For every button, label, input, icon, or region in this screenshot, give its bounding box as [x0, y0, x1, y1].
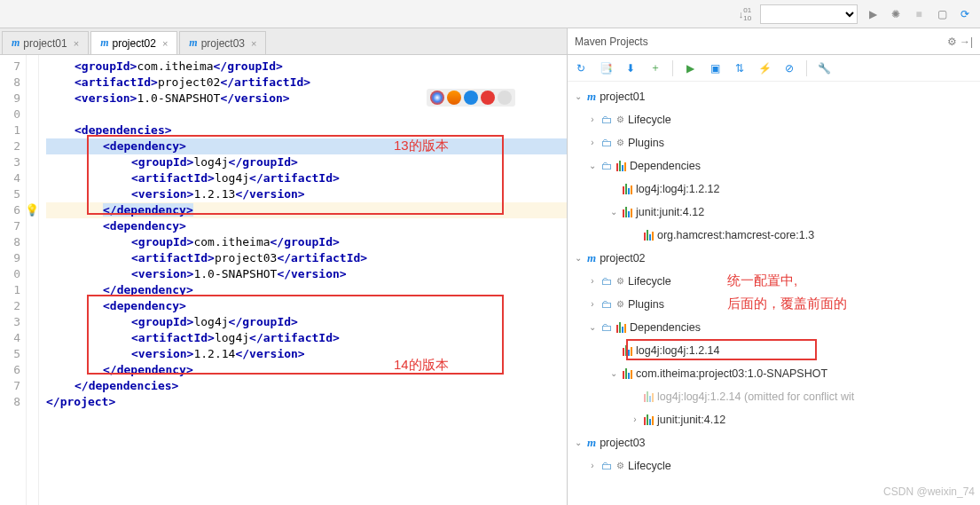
maven-annotation-2: 后面的，覆盖前面的 [727, 292, 847, 315]
dep-icon [644, 230, 654, 241]
close-icon[interactable]: × [74, 38, 79, 49]
line-gutter: 789 012 345 678 901 234 567 8 [0, 55, 27, 505]
maven-module-icon: m [587, 431, 596, 454]
annotation-13: 13的版本 [394, 138, 449, 154]
run-icon[interactable]: ▶ [682, 60, 698, 76]
dep-junit[interactable]: junit:junit:4.12 [636, 201, 704, 224]
editor-panel: m project01 × m project02 × m project03 … [0, 28, 568, 505]
node-lifecycle[interactable]: Lifecycle [628, 108, 671, 131]
node-plugins2[interactable]: Plugins [628, 293, 664, 316]
offline-icon[interactable]: ⊘ [781, 60, 797, 76]
stop-icon[interactable]: ■ [911, 6, 927, 22]
folder-icon: 🗀 [601, 154, 613, 178]
ide-toolbar: ↓0110 ▶ ✺ ■ ▢ ⟳ [0, 0, 980, 28]
download-sources-icon[interactable]: ⬇ [623, 60, 639, 76]
maven-highlight-box [626, 339, 817, 360]
folder-icon: 🗀 [601, 316, 613, 339]
dep-junit2[interactable]: junit:junit:4.12 [657, 408, 725, 431]
exec-icon[interactable]: ▣ [707, 60, 723, 76]
tab-project01[interactable]: m project01 × [2, 31, 89, 54]
tab-label: project03 [201, 37, 245, 50]
maven-panel: Maven Projects ⚙ →| ↻ 📑 ⬇ ＋ ▶ ▣ ⇅ ⚡ ⊘ 🔧 … [568, 28, 980, 505]
code-area[interactable]: <groupId>com.itheima</groupId> <artifact… [39, 55, 567, 505]
debug-icon[interactable]: ✺ [888, 6, 904, 22]
node-deps2[interactable]: Dependencies [630, 316, 701, 339]
gear-icon[interactable]: ⚙ [947, 36, 957, 48]
editor-body[interactable]: 789 012 345 678 901 234 567 8 <groupId>c [0, 55, 567, 505]
editor-tabs: m project01 × m project02 × m project03 … [0, 28, 567, 55]
close-icon[interactable]: × [251, 38, 256, 49]
folder-icon: 🗀 [601, 131, 613, 154]
skip-tests-icon[interactable]: ⚡ [757, 60, 772, 76]
toggle-icon[interactable]: ⇅ [732, 60, 748, 76]
deps-icon [616, 161, 626, 171]
folder-icon: 🗀 [601, 454, 613, 477]
watermark: CSDN @weixin_74 [883, 480, 975, 503]
maven-file-icon: m [100, 36, 108, 50]
tab-label: project02 [113, 37, 156, 50]
maven-header: Maven Projects ⚙ →| [568, 28, 980, 55]
folder-icon: 🗀 [601, 293, 613, 316]
maven-module-icon: m [587, 247, 596, 270]
dep-icon [644, 391, 654, 402]
folder-icon: 🗀 [601, 108, 613, 131]
maven-module-icon: m [587, 85, 596, 108]
dep-icon [623, 368, 632, 379]
dep-hamcrest[interactable]: org.hamcrest:hamcrest-core:1.3 [657, 224, 814, 247]
layout-icon[interactable]: ▢ [934, 6, 950, 22]
annotation-14: 14的版本 [394, 357, 449, 373]
node-project03[interactable]: project03 [600, 431, 645, 454]
close-icon[interactable]: × [162, 38, 168, 49]
maven-file-icon: m [12, 36, 20, 50]
tab-project03[interactable]: m project03 × [179, 31, 266, 54]
refresh-icon[interactable]: ↻ [573, 60, 589, 76]
maven-title: Maven Projects [575, 36, 648, 48]
tab-label: project01 [23, 37, 67, 50]
maven-toolbar: ↻ 📑 ⬇ ＋ ▶ ▣ ⇅ ⚡ ⊘ 🔧 [568, 55, 980, 82]
dep-log4j-12[interactable]: log4j:log4j:1.2.12 [636, 178, 720, 201]
download-icon[interactable]: ↓0110 [737, 6, 753, 22]
sync-icon[interactable]: ⟳ [957, 6, 973, 22]
dep-project03[interactable]: com.itheima:project03:1.0-SNAPSHOT [636, 362, 827, 385]
folder-icon: 🗀 [601, 270, 613, 293]
generate-icon[interactable]: 📑 [598, 60, 614, 76]
add-icon[interactable]: ＋ [647, 60, 663, 76]
settings-icon[interactable]: 🔧 [816, 60, 832, 76]
node-lifecycle2[interactable]: Lifecycle [628, 270, 671, 293]
lightbulb-icon[interactable]: 💡 [25, 202, 39, 218]
node-deps[interactable]: Dependencies [630, 154, 701, 178]
maven-file-icon: m [189, 36, 197, 50]
collapse-icon[interactable]: →| [960, 36, 973, 48]
node-project01[interactable]: project01 [600, 85, 645, 108]
node-lifecycle3[interactable]: Lifecycle [628, 454, 671, 477]
dep-icon [644, 414, 654, 425]
dep-log4j-omitted[interactable]: log4j:log4j:1.2.14 (omitted for conflict… [657, 385, 854, 408]
fold-gutter [27, 55, 39, 505]
dep-icon [623, 207, 632, 217]
maven-annotation-1: 统一配置中, [727, 269, 797, 292]
maven-tree[interactable]: ⌄mproject01 ›🗀⚙Lifecycle ›🗀⚙Plugins ⌄🗀De… [568, 82, 980, 505]
run-config-select[interactable] [760, 4, 858, 24]
tab-project02[interactable]: m project02 × [90, 31, 177, 54]
run-icon[interactable]: ▶ [865, 6, 881, 22]
deps-icon [616, 322, 626, 333]
dep-icon [623, 184, 632, 194]
node-plugins[interactable]: Plugins [628, 131, 664, 154]
node-project02[interactable]: project02 [600, 247, 645, 270]
